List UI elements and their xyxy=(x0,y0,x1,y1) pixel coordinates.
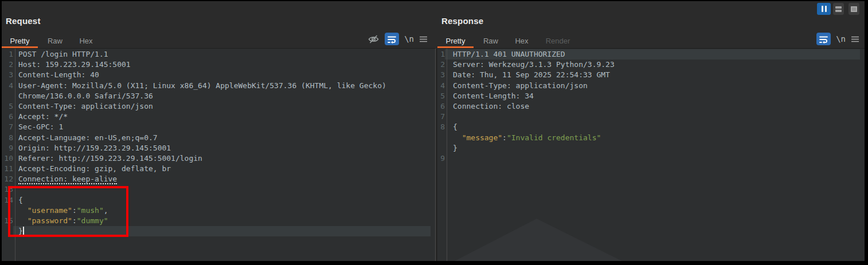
line-number: 6 xyxy=(437,101,445,112)
layout-single-button[interactable] xyxy=(849,3,859,15)
code-line[interactable]: 12Connection: keep-alive xyxy=(2,174,435,184)
code-line[interactable]: 7Sec-GPC: 1 xyxy=(2,122,435,132)
newline-toggle-icon[interactable]: \n xyxy=(836,34,846,43)
gutter-separator xyxy=(447,49,447,261)
response-tab-raw[interactable]: Raw xyxy=(474,33,508,48)
code-line[interactable]: 4Content-Type: application/json xyxy=(437,81,865,91)
response-editor[interactable]: 1HTTP/1.1 401 UNAUTHORIZED2Server: Werkz… xyxy=(437,49,865,261)
code-line[interactable]: 13 xyxy=(2,184,435,195)
code-line[interactable]: 7 xyxy=(437,112,865,122)
request-tab-hex[interactable]: Hex xyxy=(72,33,100,48)
line-number: 5 xyxy=(437,91,445,101)
line-number: 14 xyxy=(2,195,13,205)
line-number: 1 xyxy=(2,49,13,60)
code-line[interactable]: "username":"mush", xyxy=(2,205,435,216)
request-tabbar: Pretty Raw Hex xyxy=(2,33,435,49)
repeater-window: Request Pretty Raw Hex xyxy=(2,1,865,261)
pause-bar-icon xyxy=(825,6,827,12)
code-line[interactable]: 5Content-Type: application/json xyxy=(2,101,435,112)
response-panel-header: Response Pretty Raw Hex Render \n xyxy=(437,1,865,49)
code-line[interactable]: "message":"Invalid credentials" xyxy=(437,133,865,143)
newline-toggle-icon[interactable]: \n xyxy=(404,34,414,43)
line-number: 1 xyxy=(437,49,445,60)
line-number xyxy=(2,205,13,216)
code-line[interactable]: 4User-Agent: Mozilla/5.0 (X11; Linux x86… xyxy=(2,81,435,91)
code-line[interactable]: 10Referer: http://159.223.29.145:5001/lo… xyxy=(2,153,435,164)
line-number: 4 xyxy=(437,81,445,91)
layout-controls xyxy=(817,3,859,15)
layout-columns-button[interactable] xyxy=(817,3,831,15)
line-number: 7 xyxy=(437,112,445,122)
line-number: 6 xyxy=(2,112,13,122)
line-number: 8 xyxy=(2,133,13,143)
line-number: 11 xyxy=(2,164,13,174)
single-view-icon xyxy=(851,6,857,12)
code-line[interactable]: 9 xyxy=(437,153,865,164)
code-line[interactable]: 11Accept-Encoding: gzip, deflate, br xyxy=(2,164,435,174)
line-number xyxy=(437,143,445,153)
active-tab-underline xyxy=(437,46,474,48)
soft-wrap-icon[interactable] xyxy=(385,33,399,45)
line-number xyxy=(2,91,13,101)
line-number: 3 xyxy=(437,70,445,80)
line-number: 9 xyxy=(437,153,445,164)
line-number: 2 xyxy=(2,60,13,70)
layout-rows-button[interactable] xyxy=(833,3,844,15)
code-line[interactable]: 3Content-Length: 40 xyxy=(2,70,435,80)
line-number: 12 xyxy=(2,174,13,184)
line-number: 13 xyxy=(2,184,13,195)
code-line[interactable]: 9Origin: http://159.223.29.145:5001 xyxy=(2,143,435,153)
hide-matching-eye-icon[interactable] xyxy=(367,34,380,45)
request-tab-raw[interactable]: Raw xyxy=(38,33,72,48)
code-line[interactable]: 1POST /login HTTP/1.1 xyxy=(2,49,435,60)
active-tab-underline xyxy=(2,46,38,48)
burp-watermark xyxy=(455,219,622,261)
response-tab-render: Render xyxy=(535,33,580,48)
rows-icon xyxy=(835,6,842,12)
response-title: Response xyxy=(441,16,483,26)
code-line[interactable]: Chrome/136.0.0.0 Safari/537.36 xyxy=(2,91,435,101)
code-line[interactable]: 2Host: 159.223.29.145:5001 xyxy=(2,60,435,70)
line-number: 4 xyxy=(2,81,13,91)
line-number: 15 xyxy=(2,216,13,226)
code-line[interactable]: 6Accept: */* xyxy=(2,112,435,122)
code-line[interactable]: } xyxy=(2,226,435,236)
code-line[interactable]: 6Connection: close xyxy=(437,101,865,112)
request-editor[interactable]: 1POST /login HTTP/1.12Host: 159.223.29.1… xyxy=(2,49,436,261)
code-line[interactable]: 8Accept-Language: en-US,en;q=0.7 xyxy=(2,133,435,143)
soft-wrap-icon[interactable] xyxy=(816,33,831,45)
line-number: 2 xyxy=(437,60,445,70)
code-line[interactable]: } xyxy=(437,143,865,153)
line-number: 7 xyxy=(2,122,13,132)
request-title: Request xyxy=(6,16,41,26)
line-number xyxy=(2,226,13,236)
line-number: 8 xyxy=(437,122,445,132)
line-number: 9 xyxy=(2,143,13,153)
pause-bar-icon xyxy=(822,6,823,12)
line-number: 10 xyxy=(2,153,13,164)
response-tabbar: Pretty Raw Hex Render \n xyxy=(437,33,865,49)
gutter-separator xyxy=(15,49,15,261)
code-line[interactable]: 5Content-Length: 34 xyxy=(437,91,865,101)
code-line[interactable]: 3Date: Thu, 11 Sep 2025 22:54:33 GMT xyxy=(437,70,865,80)
editor-menu-icon[interactable] xyxy=(851,35,859,43)
code-line[interactable]: 8{ xyxy=(437,122,865,132)
code-line[interactable]: 1HTTP/1.1 401 UNAUTHORIZED xyxy=(437,49,865,60)
code-line[interactable]: 15 "password":"dummy" xyxy=(2,216,435,226)
code-line[interactable]: 2Server: Werkzeug/3.1.3 Python/3.9.23 xyxy=(437,60,865,70)
line-number: 5 xyxy=(2,101,13,112)
line-number: 3 xyxy=(2,70,13,80)
request-panel-header: Request Pretty Raw Hex xyxy=(2,1,435,49)
editor-menu-icon[interactable] xyxy=(419,35,428,43)
code-line[interactable]: 14{ xyxy=(2,195,435,205)
text-cursor xyxy=(23,227,24,235)
line-number xyxy=(437,133,445,143)
response-tab-hex[interactable]: Hex xyxy=(508,33,535,48)
